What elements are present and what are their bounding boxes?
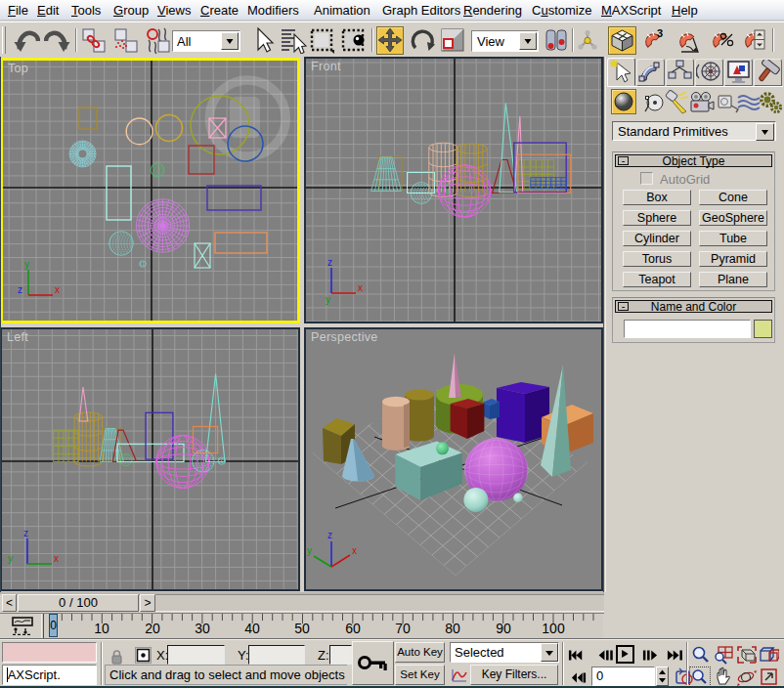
svg-text:10: 10 — [94, 621, 109, 636]
svg-text:y: y — [24, 259, 29, 270]
svg-text:z: z — [18, 284, 22, 295]
svg-text:80: 80 — [445, 621, 460, 636]
svg-text:y: y — [326, 294, 330, 305]
svg-text:x: x — [358, 282, 363, 293]
svg-text:x: x — [54, 553, 59, 564]
svg-text:z: z — [327, 257, 332, 268]
svg-text:40: 40 — [244, 621, 260, 636]
svg-text:30: 30 — [195, 621, 210, 636]
svg-text:y: y — [307, 545, 312, 556]
svg-text:100: 100 — [542, 621, 565, 636]
svg-text:90: 90 — [496, 621, 511, 636]
svg-text:z: z — [327, 530, 332, 540]
svg-text:20: 20 — [145, 621, 160, 636]
svg-text:x: x — [55, 284, 60, 295]
svg-text:y: y — [8, 553, 13, 564]
svg-text:60: 60 — [345, 621, 361, 636]
svg-text:x: x — [352, 545, 357, 556]
svg-text:3: 3 — [657, 27, 663, 39]
svg-text:70: 70 — [395, 621, 411, 636]
svg-text:z: z — [23, 528, 28, 538]
svg-text:50: 50 — [294, 621, 310, 636]
